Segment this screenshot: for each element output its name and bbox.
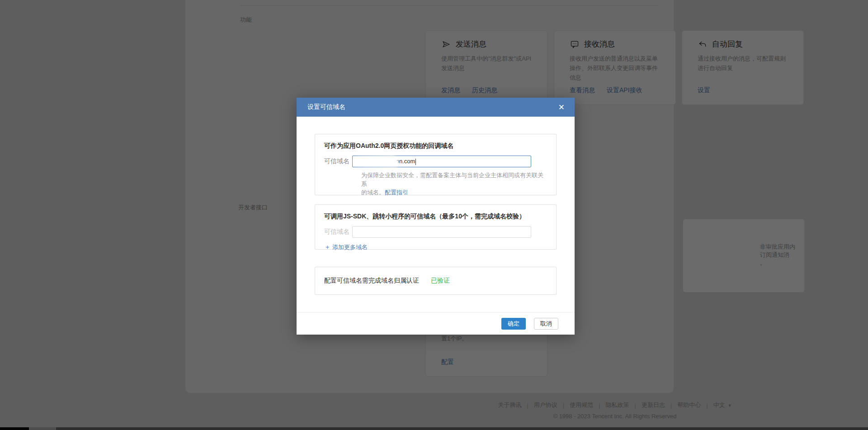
oauth-domain-input[interactable]: meton.com bbox=[352, 156, 531, 167]
screen: 功能 发送消息 使用管理工具中的"消息群发"或API发送消息 发消息 历史消息 … bbox=[0, 0, 868, 430]
cancel-button[interactable]: 取消 bbox=[534, 318, 558, 330]
oauth-section-heading: 可作为应用OAuth2.0网页授权功能的回调域名 bbox=[324, 142, 547, 150]
jssdk-domain-section: 可调用JS-SDK、跳转小程序的可信域名（最多10个，需完成域名校验） 可信域名… bbox=[315, 204, 557, 250]
confirm-button[interactable]: 确定 bbox=[501, 318, 526, 330]
jssdk-domain-input[interactable] bbox=[352, 226, 531, 238]
close-icon[interactable]: ✕ bbox=[557, 102, 566, 113]
screen-bottom-strip bbox=[0, 427, 868, 430]
dialog-header: 设置可信域名 ✕ bbox=[297, 98, 575, 117]
config-guide-link[interactable]: 配置指引 bbox=[385, 189, 408, 196]
bottom-strip-segment bbox=[29, 427, 56, 430]
trusted-domain-label: 可信域名 bbox=[324, 157, 352, 165]
set-trusted-domain-dialog: 设置可信域名 ✕ 可作为应用OAuth2.0网页授权功能的回调域名 可信域名 m… bbox=[297, 98, 575, 335]
verification-text: 配置可信域名需完成域名归属认证 bbox=[324, 277, 419, 285]
jssdk-section-heading: 可调用JS-SDK、跳转小程序的可信域名（最多10个，需完成域名校验） bbox=[324, 213, 547, 221]
dialog-title: 设置可信域名 bbox=[307, 103, 345, 111]
dialog-body: 可作为应用OAuth2.0网页授权功能的回调域名 可信域名 meton.com … bbox=[297, 117, 575, 312]
verified-badge[interactable]: 已验证 bbox=[431, 277, 450, 285]
oauth-domain-section: 可作为应用OAuth2.0网页授权功能的回调域名 可信域名 meton.com … bbox=[315, 134, 557, 195]
oauth-domain-hint: 为保障企业数据安全，需配置备案主体与当前企业主体相同或有关联关系 的域名。配置指… bbox=[361, 171, 547, 197]
domain-verification-section: 配置可信域名需完成域名归属认证 已验证 bbox=[315, 267, 557, 295]
bottom-strip-segment bbox=[0, 427, 29, 430]
plus-icon: ＋ bbox=[324, 243, 330, 251]
dialog-footer: 确定 取消 bbox=[297, 312, 575, 335]
text-caret bbox=[415, 159, 416, 165]
redaction-blob bbox=[362, 160, 398, 166]
add-more-domain-link[interactable]: ＋ 添加更多域名 bbox=[324, 243, 368, 251]
trusted-domain-label: 可信域名 bbox=[324, 228, 352, 236]
